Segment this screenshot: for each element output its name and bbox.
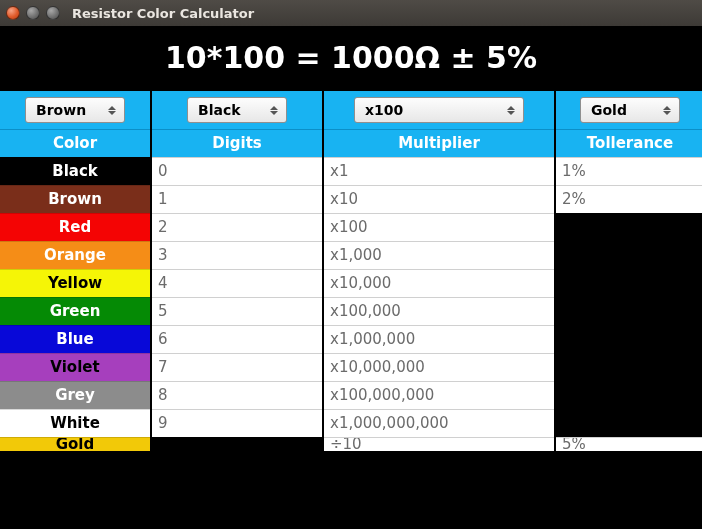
digit-cell: 2 [152,213,322,241]
digit-cell: 5 [152,297,322,325]
color-swatch: Brown [0,185,150,213]
header-digits: Digits [152,129,322,157]
multiplier-cell: x10 [324,185,554,213]
digit-cell: 1 [152,185,322,213]
multiplier-cell: x100,000,000 [324,381,554,409]
multiplier-cell: x100,000 [324,297,554,325]
window-titlebar: Resistor Color Calculator [0,0,702,26]
multiplier-cell: x1,000,000,000 [324,409,554,437]
multiplier-select[interactable]: x100 [354,97,524,123]
digit-cell: 4 [152,269,322,297]
multiplier-cell: x10,000,000 [324,353,554,381]
tolerance-cell [556,269,702,297]
tolerance-cell: 1% [556,157,702,185]
header-multiplier: Multiplier [324,129,554,157]
multiplier-cell: x100 [324,91,554,129]
color-swatch: Grey [0,381,150,409]
color-swatch: Black [0,157,150,185]
color-swatch: Green [0,297,150,325]
color-swatch: Orange [0,241,150,269]
multiplier-cell: x100 [324,213,554,241]
stepper-icon [507,106,517,115]
window-title: Resistor Color Calculator [72,6,254,21]
stepper-icon [270,106,280,115]
multiplier-value: x100 [365,97,403,123]
digit1-value: Brown [36,97,86,123]
multiplier-cell: x1,000,000 [324,325,554,353]
tolerance-cell [556,409,702,437]
digit2-select[interactable]: Black [187,97,287,123]
color-swatch: Blue [0,325,150,353]
close-icon[interactable] [6,6,20,20]
multiplier-cell: x1,000 [324,241,554,269]
app-body: 10*100 = 1000Ω ± 5% Brown Black x100 Gol… [0,26,702,529]
digit1-select[interactable]: Brown [25,97,125,123]
tolerance-cell [556,381,702,409]
tolerance-cell [556,353,702,381]
stepper-icon [663,106,673,115]
digit-cell: 9 [152,409,322,437]
multiplier-cell: ÷10 [324,437,554,451]
tolerance-cell [556,297,702,325]
digit-cell: 8 [152,381,322,409]
tolerance-cell [556,241,702,269]
header-tolerance: Tollerance [556,129,702,157]
digit-cell: 6 [152,325,322,353]
digit-cell [152,437,322,451]
result-display: 10*100 = 1000Ω ± 5% [0,26,702,91]
tolerance-cell [556,213,702,241]
tolerance-cell [556,325,702,353]
stepper-icon [108,106,118,115]
digit1-cell: Brown [0,91,150,129]
tolerance-cell: 2% [556,185,702,213]
tolerance-value: Gold [591,97,627,123]
digit2-cell: Black [152,91,322,129]
tolerance-cell: Gold [556,91,702,129]
color-swatch: Red [0,213,150,241]
tolerance-cell: 5% [556,437,702,451]
digit2-value: Black [198,97,241,123]
color-swatch: Gold [0,437,150,451]
color-swatch: Violet [0,353,150,381]
minimize-icon[interactable] [26,6,40,20]
multiplier-cell: x1 [324,157,554,185]
tolerance-select[interactable]: Gold [580,97,680,123]
multiplier-cell: x10,000 [324,269,554,297]
digit-cell: 3 [152,241,322,269]
header-color: Color [0,129,150,157]
color-swatch: White [0,409,150,437]
digit-cell: 0 [152,157,322,185]
maximize-icon[interactable] [46,6,60,20]
color-swatch: Yellow [0,269,150,297]
resistor-table: Brown Black x100 Gold Color Digits Mul [0,91,702,451]
digit-cell: 7 [152,353,322,381]
